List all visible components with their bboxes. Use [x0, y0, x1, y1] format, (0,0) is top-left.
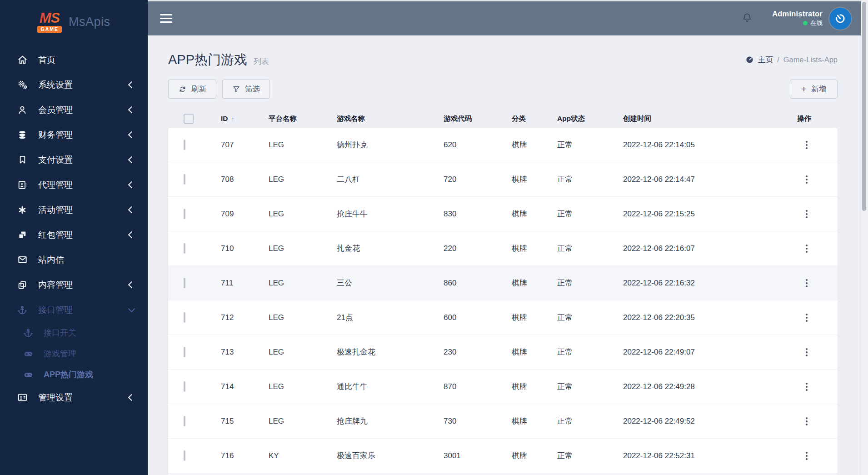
row-actions-menu-icon[interactable]: [801, 141, 812, 149]
row-checkbox[interactable]: [184, 174, 185, 185]
cell-game-name: 德州扑克: [332, 140, 439, 150]
sidebar-subitem[interactable]: APP热门游戏: [0, 364, 148, 385]
cell-id: 708: [216, 175, 264, 184]
row-actions-menu-icon[interactable]: [801, 348, 812, 356]
select-all-checkbox[interactable]: [184, 114, 194, 124]
cell-app-status: 正常: [553, 140, 619, 150]
sidebar-subitem-label: 接口开关: [44, 327, 76, 338]
sidebar-item[interactable]: 首页: [0, 47, 148, 72]
brand[interactable]: MS GAME MsApis: [0, 0, 148, 44]
row-actions-menu-icon[interactable]: [801, 210, 812, 218]
row-checkbox[interactable]: [184, 416, 185, 426]
logout-power-button[interactable]: [829, 8, 851, 30]
sidebar-item[interactable]: 站内信: [0, 247, 148, 272]
brand-logo-icon: MS GAME: [37, 11, 62, 33]
column-header-code[interactable]: 游戏代码: [439, 114, 507, 124]
row-actions-menu-icon[interactable]: [801, 314, 812, 322]
app-root: MS GAME MsApis 首页系统设置会员管理财务管理支付设置代理管理活动管…: [0, 0, 868, 475]
cell-game-code: 230: [439, 348, 507, 357]
cell-id: 716: [216, 451, 264, 460]
row-actions-menu-icon[interactable]: [801, 279, 812, 287]
cell-created-at: 2022-12-06 22:52:31: [619, 451, 771, 460]
row-checkbox[interactable]: [184, 381, 185, 392]
chevron-left-icon: [128, 106, 135, 114]
column-header-category[interactable]: 分类: [507, 114, 553, 124]
column-header-actions: 操作: [771, 114, 838, 124]
online-status: 在线: [772, 19, 823, 27]
row-actions-menu-icon[interactable]: [801, 245, 812, 253]
sidebar-item[interactable]: 管理设置: [0, 385, 148, 410]
cell-id: 707: [216, 140, 264, 150]
row-actions-menu-icon[interactable]: [801, 383, 812, 391]
row-checkbox[interactable]: [184, 312, 185, 323]
row-checkbox[interactable]: [184, 450, 185, 461]
cell-category: 棋牌: [507, 312, 553, 323]
sidebar-item[interactable]: 代理管理: [0, 172, 148, 197]
row-actions-menu-icon[interactable]: [801, 175, 812, 184]
cell-id: 709: [216, 210, 264, 219]
cell-app-status: 正常: [553, 381, 619, 392]
sidebar-item[interactable]: 系统设置: [0, 72, 148, 97]
notifications-bell-icon[interactable]: [741, 12, 753, 25]
breadcrumb-home-link[interactable]: 主页: [758, 55, 773, 65]
sidebar-item[interactable]: 财务管理: [0, 122, 148, 147]
column-header-id[interactable]: ID ↑: [216, 115, 264, 123]
cell-game-name: 通比牛牛: [332, 381, 439, 392]
sidebar-item[interactable]: 活动管理: [0, 197, 148, 222]
column-header-status[interactable]: App状态: [553, 114, 619, 124]
cell-app-status: 正常: [553, 347, 619, 357]
user-meta: Administrator 在线: [772, 10, 823, 27]
scrollbar-thumb[interactable]: [862, 2, 866, 211]
page-scrollbar[interactable]: [861, 0, 868, 475]
filter-label: 筛选: [245, 84, 260, 94]
filter-button[interactable]: 筛选: [222, 80, 270, 99]
add-button[interactable]: + 新增: [790, 80, 838, 99]
sidebar-item[interactable]: 支付设置: [0, 147, 148, 172]
cell-id: 715: [216, 417, 264, 426]
row-checkbox[interactable]: [184, 209, 185, 219]
refresh-button[interactable]: 刷新: [168, 80, 216, 99]
row-checkbox[interactable]: [184, 347, 185, 357]
cell-category: 棋牌: [507, 450, 553, 461]
sort-asc-icon: ↑: [231, 115, 235, 123]
cell-app-status: 正常: [553, 416, 619, 426]
cell-game-name: 极速百家乐: [332, 450, 439, 461]
sidebar-item[interactable]: 内容管理: [0, 272, 148, 297]
sidebar-item[interactable]: 会员管理: [0, 97, 148, 122]
column-header-platform[interactable]: 平台名称: [264, 114, 332, 124]
cell-game-code: 830: [439, 210, 507, 219]
cell-game-code: 600: [439, 313, 507, 322]
dashboard-gauge-icon: [745, 55, 754, 64]
column-header-created[interactable]: 创建时间: [619, 114, 771, 124]
cell-game-code: 720: [439, 175, 507, 184]
cell-game-name: 抢庄牌九: [332, 416, 439, 426]
cell-app-status: 正常: [553, 312, 619, 323]
chevron-left-icon: [128, 181, 135, 189]
id-card-icon: [16, 392, 28, 403]
row-actions-menu-icon[interactable]: [801, 452, 812, 460]
cell-created-at: 2022-12-06 22:16:32: [619, 279, 771, 288]
sidebar-item[interactable]: 接口管理: [0, 297, 148, 322]
row-checkbox[interactable]: [184, 243, 185, 254]
refresh-label: 刷新: [191, 84, 206, 94]
sidebar-subitem-label: APP热门游戏: [44, 369, 93, 380]
row-checkbox[interactable]: [184, 278, 185, 288]
sidebar-item[interactable]: 红包管理: [0, 222, 148, 247]
column-header-game[interactable]: 游戏名称: [332, 114, 439, 124]
sidebar-toggle-button[interactable]: [160, 12, 172, 25]
sidebar-item-label: 系统设置: [38, 79, 129, 91]
cell-game-name: 二八杠: [332, 174, 439, 185]
toolbar: 刷新 筛选 + 新增: [168, 80, 838, 99]
cell-created-at: 2022-12-06 22:49:07: [619, 348, 771, 357]
row-actions-menu-icon[interactable]: [801, 417, 812, 425]
sidebar-subitem[interactable]: 游戏管理: [0, 343, 148, 364]
anchor-icon: [16, 305, 28, 315]
sidebar-subitem[interactable]: 接口开关: [0, 322, 148, 343]
row-checkbox[interactable]: [184, 140, 185, 150]
table-body: 707 LEG 德州扑克 620 棋牌 正常 2022-12-06 22:14:…: [168, 128, 838, 473]
sidebar-item-label: 首页: [38, 54, 134, 66]
cell-created-at: 2022-12-06 22:16:07: [619, 244, 771, 253]
topbar: Administrator 在线: [148, 0, 861, 35]
table-row: 708 LEG 二八杠 720 棋牌 正常 2022-12-06 22:14:4…: [168, 162, 838, 197]
table-row: 712 LEG 21点 600 棋牌 正常 2022-12-06 22:20:3…: [168, 300, 838, 335]
